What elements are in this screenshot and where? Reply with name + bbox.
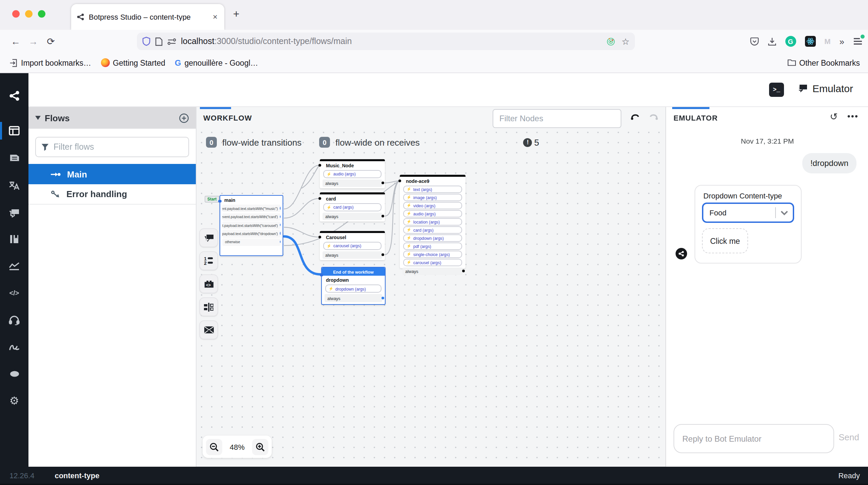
pocket-icon[interactable] [750, 37, 759, 46]
add-flow-button[interactable] [179, 113, 189, 123]
content-chip[interactable]: ⚡video (args) [403, 202, 462, 209]
content-chip[interactable]: ⚡audio (args) [403, 210, 462, 217]
tab-close-icon[interactable]: × [211, 12, 219, 22]
out-port[interactable] [462, 270, 465, 272]
collapsed-debugger-edge[interactable] [0, 484, 868, 485]
zoom-window-button[interactable] [38, 10, 45, 18]
always-row[interactable]: always [402, 267, 463, 275]
close-window-button[interactable] [12, 10, 20, 18]
bookmark-import[interactable]: Import bookmarks… [9, 59, 91, 67]
add-say-node-button[interactable] [199, 228, 218, 247]
zoom-out-button[interactable] [206, 439, 222, 455]
content-chip[interactable]: ⚡carousel (args) [403, 258, 462, 266]
sidebar-item-content[interactable] [0, 148, 28, 168]
node-in-port[interactable] [318, 197, 321, 200]
add-router-node-button[interactable] [199, 297, 218, 316]
sidebar-item-error-handling-flow[interactable]: Error handling [28, 184, 196, 205]
content-chip[interactable]: ⚡audio (args) [323, 170, 381, 178]
out-port[interactable] [280, 215, 281, 218]
undo-button[interactable] [630, 112, 640, 121]
transition-row[interactable]: event.payload.text.startsWith('!dropdown… [222, 230, 281, 237]
out-port[interactable] [280, 224, 281, 227]
sidebar-item-flows[interactable] [0, 121, 28, 141]
always-row[interactable]: always [323, 212, 382, 220]
node-card[interactable]: card ⚡card (args) always [320, 192, 385, 222]
downloads-icon[interactable] [767, 37, 776, 46]
sidebar-item-translate[interactable] [0, 175, 28, 196]
add-intent-node-button[interactable] [199, 320, 218, 339]
reset-conversation-button[interactable]: ↺ [830, 111, 838, 122]
bookmark-genouillere[interactable]: G genouillère - Googl… [175, 58, 258, 67]
sidebar-item-analytics[interactable] [0, 255, 28, 276]
content-chip[interactable]: ⚡card (args) [323, 203, 381, 211]
react-devtools-icon[interactable] [805, 36, 815, 47]
send-button[interactable]: Send [839, 432, 859, 442]
app-menu-icon[interactable] [853, 37, 863, 45]
filter-nodes-input[interactable] [499, 114, 615, 123]
add-list-node-button[interactable]: 12 [199, 251, 218, 270]
sidebar-item-oval[interactable] [0, 364, 28, 384]
emulator-toggle-button[interactable]: Emulator [797, 83, 853, 94]
reload-button[interactable]: ⟳ [42, 36, 60, 47]
always-row[interactable]: always [325, 294, 382, 302]
out-port[interactable] [381, 182, 384, 184]
content-chip[interactable]: ⚡dropdown (args) [403, 234, 462, 241]
add-code-node-button[interactable]: <> [199, 274, 218, 293]
out-port[interactable] [280, 240, 281, 243]
grammarly-icon[interactable]: G [785, 36, 796, 47]
transition-row[interactable]: event.payload.text.startsWith('!carousel… [222, 222, 281, 229]
click-me-button[interactable]: Click me [702, 228, 748, 253]
reply-field[interactable] [674, 424, 834, 453]
transition-row[interactable]: event.payload.text.startsWith("!music") [222, 205, 281, 212]
workflow-tab[interactable]: WORKFLOW [203, 114, 252, 122]
receives-label[interactable]: flow-wide on receives [335, 137, 420, 147]
transitions-label[interactable]: flow-wide transitions [222, 137, 302, 147]
sidebar-item-library[interactable] [0, 229, 28, 249]
content-chip[interactable]: ⚡text (args) [403, 185, 462, 193]
sidebar-item-settings-gear-icon[interactable]: ⚙ [0, 390, 28, 410]
workflow-canvas[interactable]: WORKFLOW 0 flow-wide transitions 0 flow-… [197, 107, 665, 467]
content-chip[interactable]: ⚡single-choice (args) [403, 250, 462, 258]
problems-badge[interactable]: ! 5 [523, 137, 539, 147]
content-chip[interactable]: ⚡card (args) [403, 226, 462, 233]
url-bar[interactable]: localhost:3000/studio/content-type/flows… [137, 33, 635, 50]
sidebar-item-main-flow[interactable]: Main [28, 164, 196, 184]
node-dropdown[interactable]: End of the workflow dropdown ⚡dropdown (… [321, 267, 386, 305]
content-chip[interactable]: ⚡location (args) [403, 218, 462, 225]
redo-button[interactable] [648, 112, 659, 121]
content-chip[interactable]: ⚡carousel (args) [323, 241, 381, 250]
flows-filter-input[interactable] [54, 142, 169, 152]
out-port[interactable] [381, 297, 384, 299]
content-chip[interactable]: ⚡pdf (args) [403, 242, 462, 250]
node-in-port[interactable] [318, 236, 321, 238]
always-row[interactable]: always [323, 179, 382, 187]
botpress-logo-icon[interactable] [0, 85, 28, 106]
bot-name[interactable]: content-type [55, 471, 99, 479]
emulator-tab[interactable]: EMULATOR [674, 114, 718, 122]
sidebar-item-hitl[interactable] [0, 310, 28, 330]
node-main[interactable]: main event.payload.text.startsWith("!mus… [220, 195, 283, 256]
minimize-window-button[interactable] [25, 10, 33, 18]
out-port[interactable] [381, 253, 384, 256]
overflow-menu-icon[interactable]: » [840, 36, 844, 46]
reply-input[interactable] [682, 434, 825, 443]
out-port[interactable] [381, 215, 384, 217]
flows-panel-header[interactable]: Flows [28, 107, 196, 129]
content-chip[interactable]: ⚡image (args) [403, 193, 462, 201]
flows-filter[interactable] [35, 137, 189, 157]
bookmark-getting-started[interactable]: Getting Started [101, 58, 165, 67]
back-button[interactable]: ← [7, 36, 24, 47]
always-row[interactable]: always [323, 251, 382, 259]
out-port[interactable] [280, 232, 281, 235]
sidebar-item-misunderstood[interactable] [0, 203, 28, 223]
extension-shield-m-icon[interactable]: M [824, 37, 830, 45]
filter-nodes-field[interactable] [493, 109, 621, 128]
out-port[interactable] [280, 207, 281, 210]
emulator-more-button[interactable]: ••• [847, 111, 859, 122]
node-ace9[interactable]: node-ace9 ⚡text (args) ⚡image (args) ⚡vi… [400, 175, 466, 268]
node-music[interactable]: Music_Node ⚡audio (args) always [320, 159, 385, 188]
sidebar-item-code[interactable]: </> [0, 282, 28, 303]
node-in-port[interactable] [318, 164, 321, 167]
sidebar-item-nlu[interactable] [0, 337, 28, 357]
page-info-icon[interactable] [155, 37, 163, 46]
